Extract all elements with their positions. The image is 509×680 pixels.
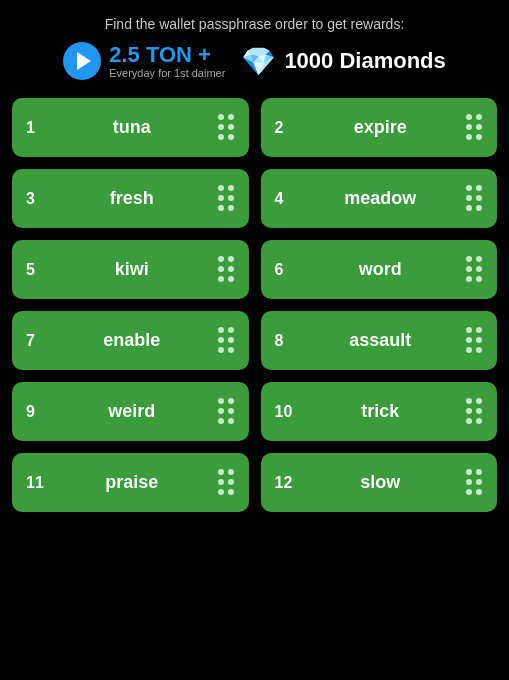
word-label: slow: [295, 472, 467, 493]
word-number: 8: [275, 332, 295, 350]
word-card-1[interactable]: 1tuna: [12, 98, 249, 157]
diamond-icon: 💎: [241, 45, 276, 78]
play-button[interactable]: [63, 42, 101, 80]
word-number: 1: [26, 119, 46, 137]
word-label: trick: [295, 401, 467, 422]
word-card-4[interactable]: 4meadow: [261, 169, 498, 228]
drag-handle-icon: [218, 114, 235, 141]
word-label: meadow: [295, 188, 467, 209]
word-number: 12: [275, 474, 295, 492]
ton-info: 2.5 TON + Everyday for 1st daimer: [109, 43, 225, 79]
ton-sub: Everyday for 1st daimer: [109, 67, 225, 79]
instruction-text: Find the wallet passphrase order to get …: [105, 16, 405, 32]
drag-handle-icon: [218, 469, 235, 496]
drag-handle-icon: [218, 256, 235, 283]
words-grid: 1tuna2expire3fresh4meadow5kiwi6word7enab…: [12, 98, 497, 512]
word-card-10[interactable]: 10trick: [261, 382, 498, 441]
word-number: 4: [275, 190, 295, 208]
word-label: word: [295, 259, 467, 280]
word-number: 11: [26, 474, 46, 492]
drag-handle-icon: [466, 256, 483, 283]
drag-handle-icon: [466, 469, 483, 496]
word-label: tuna: [46, 117, 218, 138]
drag-handle-icon: [466, 114, 483, 141]
drag-handle-icon: [466, 327, 483, 354]
word-label: assault: [295, 330, 467, 351]
drag-handle-icon: [218, 185, 235, 212]
word-label: enable: [46, 330, 218, 351]
play-icon: [77, 52, 91, 70]
drag-handle-icon: [218, 398, 235, 425]
word-label: weird: [46, 401, 218, 422]
word-number: 6: [275, 261, 295, 279]
word-label: kiwi: [46, 259, 218, 280]
word-card-2[interactable]: 2expire: [261, 98, 498, 157]
word-card-3[interactable]: 3fresh: [12, 169, 249, 228]
word-card-5[interactable]: 5kiwi: [12, 240, 249, 299]
word-label: fresh: [46, 188, 218, 209]
drag-handle-icon: [466, 398, 483, 425]
word-card-9[interactable]: 9weird: [12, 382, 249, 441]
word-card-12[interactable]: 12slow: [261, 453, 498, 512]
drag-handle-icon: [218, 327, 235, 354]
word-number: 9: [26, 403, 46, 421]
ton-section: 2.5 TON + Everyday for 1st daimer: [63, 42, 225, 80]
word-label: expire: [295, 117, 467, 138]
word-number: 7: [26, 332, 46, 350]
word-card-7[interactable]: 7enable: [12, 311, 249, 370]
word-number: 3: [26, 190, 46, 208]
diamond-amount: 1000 Diamonds: [284, 48, 445, 74]
word-card-6[interactable]: 6word: [261, 240, 498, 299]
word-label: praise: [46, 472, 218, 493]
diamond-section: 💎 1000 Diamonds: [241, 45, 445, 78]
ton-amount: 2.5 TON +: [109, 43, 225, 67]
word-number: 2: [275, 119, 295, 137]
word-card-8[interactable]: 8assault: [261, 311, 498, 370]
word-card-11[interactable]: 11praise: [12, 453, 249, 512]
drag-handle-icon: [466, 185, 483, 212]
rewards-row: 2.5 TON + Everyday for 1st daimer 💎 1000…: [12, 42, 497, 80]
word-number: 5: [26, 261, 46, 279]
word-number: 10: [275, 403, 295, 421]
